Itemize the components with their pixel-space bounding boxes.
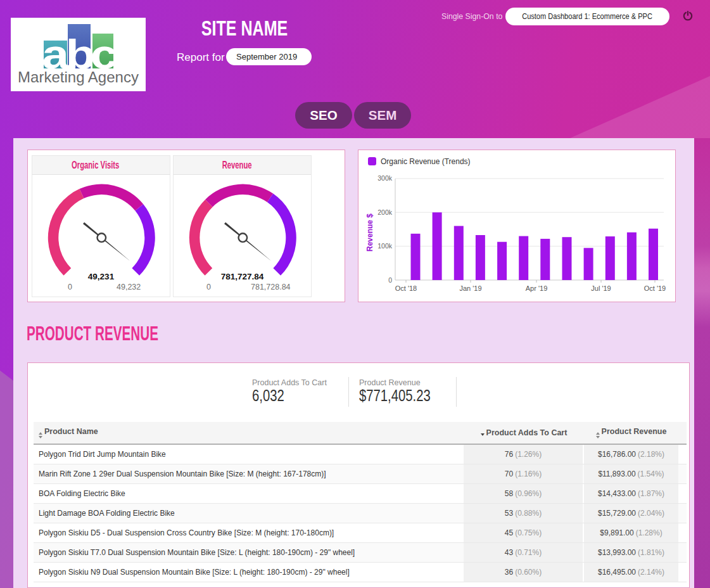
svg-text:Jan '19: Jan '19 — [459, 284, 481, 292]
svg-text:Apr '19: Apr '19 — [526, 284, 548, 292]
svg-text:Revenue $: Revenue $ — [365, 214, 374, 252]
svg-text:100k: 100k — [377, 242, 393, 250]
svg-text:0: 0 — [388, 276, 392, 284]
svg-text:Jul '19: Jul '19 — [591, 284, 611, 292]
svg-text:Organic Revenue (Trends): Organic Revenue (Trends) — [381, 157, 471, 166]
svg-text:Oct '19: Oct '19 — [644, 284, 666, 292]
svg-text:Oct '18: Oct '18 — [395, 284, 417, 292]
svg-text:200k: 200k — [377, 208, 393, 216]
svg-text:300k: 300k — [377, 174, 393, 182]
